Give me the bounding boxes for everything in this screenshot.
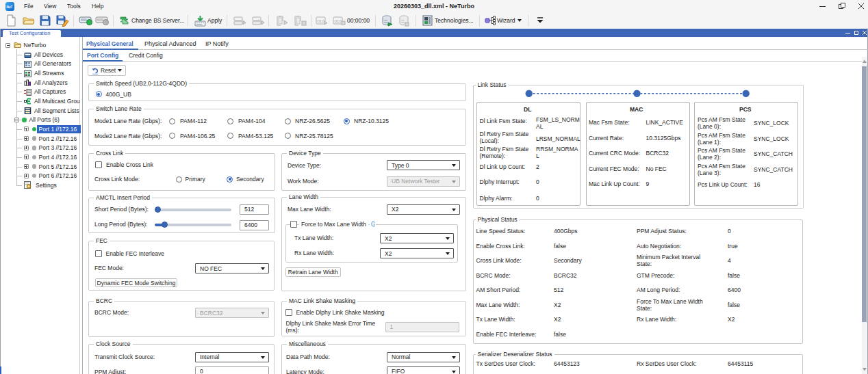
svg-text:010: 010 [335, 19, 342, 23]
svg-text:010: 010 [318, 19, 325, 23]
